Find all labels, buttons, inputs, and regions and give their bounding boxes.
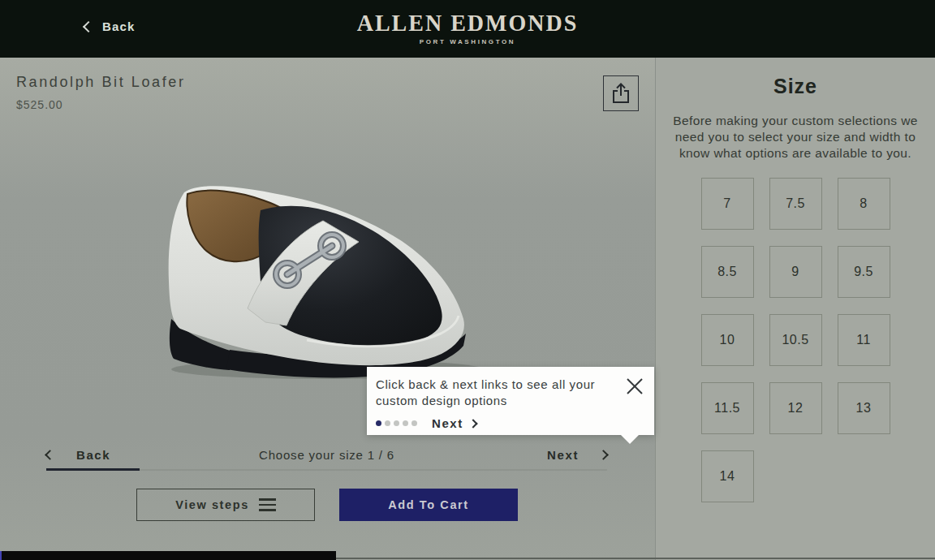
share-button[interactable] bbox=[603, 75, 639, 111]
view-steps-label: View steps bbox=[175, 498, 249, 511]
close-icon bbox=[625, 377, 644, 396]
view-steps-button[interactable]: View steps bbox=[136, 489, 315, 521]
size-button[interactable]: 9 bbox=[769, 246, 822, 298]
product-image-shoe[interactable] bbox=[165, 186, 488, 382]
size-button[interactable]: 8.5 bbox=[701, 246, 754, 298]
size-grid: 7 7.5 8 8.5 9 9.5 10 10.5 11 11.5 12 13 … bbox=[701, 178, 890, 502]
size-button[interactable]: 10 bbox=[701, 314, 754, 366]
hamburger-menu-icon bbox=[259, 498, 276, 511]
carousel-dot bbox=[403, 420, 408, 426]
tooltip-footer: Next bbox=[376, 416, 643, 430]
carousel-dot bbox=[376, 420, 381, 426]
step-label: Choose your size 1 / 6 bbox=[46, 448, 607, 462]
progress-fill bbox=[46, 468, 140, 471]
size-button[interactable]: 10.5 bbox=[769, 314, 822, 366]
size-button[interactable]: 9.5 bbox=[838, 246, 890, 298]
size-button[interactable]: 12 bbox=[769, 382, 822, 434]
add-to-cart-button[interactable]: Add To Cart bbox=[339, 489, 518, 521]
brand-logo: ALLEN EDMONDS PORT WASHINGTON bbox=[0, 11, 935, 45]
brand-subtitle: PORT WASHINGTON bbox=[0, 38, 935, 45]
size-button[interactable]: 13 bbox=[838, 382, 890, 434]
size-panel-title: Size bbox=[656, 75, 935, 98]
app-header: Back ALLEN EDMONDS PORT WASHINGTON bbox=[0, 0, 935, 58]
carousel-dot bbox=[411, 420, 417, 426]
timeline-track bbox=[336, 558, 935, 559]
tooltip-message: Click back & next links to see all your … bbox=[376, 377, 613, 409]
size-panel-description: Before making your custom selections we … bbox=[671, 113, 920, 162]
size-button[interactable]: 7.5 bbox=[769, 178, 822, 230]
product-canvas: Randolph Bit Loafer $525.00 bbox=[0, 58, 655, 560]
tooltip-close-button[interactable] bbox=[625, 377, 644, 396]
tooltip-next-label: Next bbox=[432, 416, 463, 430]
onboarding-tooltip: Click back & next links to see all your … bbox=[367, 367, 654, 435]
timeline-scrubber[interactable] bbox=[0, 551, 336, 560]
size-button[interactable]: 8 bbox=[838, 178, 890, 230]
carousel-dot bbox=[394, 420, 399, 426]
size-button[interactable]: 7 bbox=[701, 178, 754, 230]
product-info: Randolph Bit Loafer $525.00 bbox=[16, 74, 186, 111]
product-price: $525.00 bbox=[16, 98, 186, 111]
share-icon bbox=[610, 82, 631, 105]
carousel-dot bbox=[385, 420, 390, 426]
product-title: Randolph Bit Loafer bbox=[16, 74, 186, 91]
brand-name: ALLEN EDMONDS bbox=[0, 11, 935, 36]
tooltip-next-link[interactable]: Next bbox=[432, 416, 476, 430]
chevron-right-icon bbox=[468, 419, 477, 428]
action-buttons: View steps Add To Cart bbox=[136, 489, 518, 521]
customizer-app: Back ALLEN EDMONDS PORT WASHINGTON Rando… bbox=[0, 0, 935, 560]
size-panel: Size Before making your custom selection… bbox=[655, 58, 935, 560]
size-button[interactable]: 11.5 bbox=[701, 382, 754, 434]
step-progress-bar bbox=[46, 468, 607, 471]
step-navigation: Choose your size 1 / 6 Back Next bbox=[46, 445, 607, 464]
add-to-cart-label: Add To Cart bbox=[388, 498, 469, 511]
playhead-marker bbox=[0, 551, 2, 560]
size-button[interactable]: 11 bbox=[838, 314, 890, 366]
size-button[interactable]: 14 bbox=[701, 450, 754, 502]
